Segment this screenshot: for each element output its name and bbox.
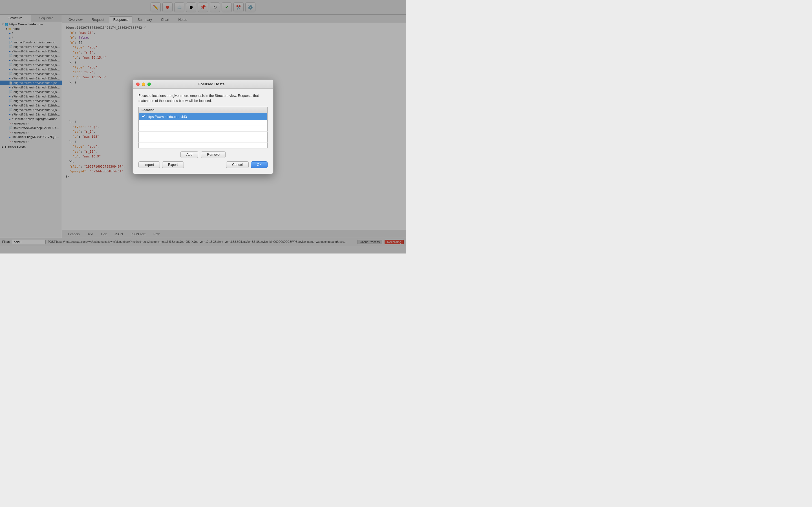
import-button[interactable]: Import: [139, 161, 160, 168]
remove-button[interactable]: Remove: [201, 151, 225, 158]
table-row-empty-1: [139, 120, 267, 126]
modal-add-remove: Add Remove: [139, 151, 267, 158]
location-checkbox-baidu[interactable]: [142, 114, 146, 118]
modal-footer-right: Cancel OK: [226, 161, 267, 168]
location-url-baidu: https://www.baidu.com:443: [146, 115, 187, 119]
location-cell-baidu: https://www.baidu.com:443: [139, 113, 267, 120]
modal-titlebar: Focused Hosts: [133, 80, 273, 89]
modal-overlay: Focused Hosts Focused locations are give…: [0, 0, 406, 253]
modal-title: Focused Hosts: [153, 82, 270, 86]
table-row-empty-4: [139, 137, 267, 143]
cancel-button[interactable]: Cancel: [226, 161, 248, 168]
export-button[interactable]: Export: [162, 161, 184, 168]
ok-button[interactable]: OK: [251, 161, 267, 168]
modal-footer: Import Export Cancel OK: [139, 161, 267, 169]
locations-table: Location https://www.baidu.com:443: [139, 107, 267, 149]
focused-hosts-modal: Focused Hosts Focused locations are give…: [133, 79, 273, 174]
add-button[interactable]: Add: [181, 151, 198, 158]
table-row-empty-5: [139, 143, 267, 149]
modal-body: Focused locations are given more emphasi…: [133, 89, 273, 174]
table-row-empty-3: [139, 131, 267, 137]
modal-minimize-button[interactable]: [142, 82, 145, 86]
modal-maximize-button[interactable]: [147, 82, 151, 86]
modal-description: Focused locations are given more emphasi…: [139, 93, 267, 103]
location-column-header: Location: [139, 107, 267, 113]
table-row-baidu[interactable]: https://www.baidu.com:443: [139, 113, 267, 120]
table-row-empty-2: [139, 126, 267, 131]
modal-close-button[interactable]: [136, 82, 140, 86]
modal-footer-left: Import Export: [139, 161, 184, 168]
